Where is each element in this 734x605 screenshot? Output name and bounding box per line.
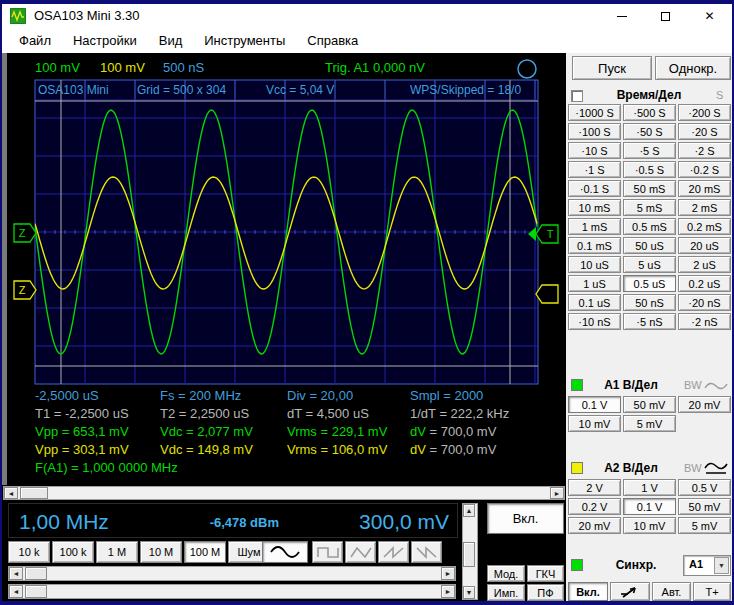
scroll-right-icon[interactable]: ► (441, 585, 455, 598)
minimize-button[interactable] (599, 4, 644, 28)
ch1-vdiv-button[interactable]: 5 mV (623, 415, 676, 432)
freq-coarse-thumb[interactable] (25, 567, 47, 580)
ch2-vdiv-button[interactable]: 2 V (568, 479, 621, 496)
ch1-vdiv-button[interactable]: 0.1 V (568, 396, 621, 413)
ch1-vdiv-button[interactable]: 20 mV (678, 396, 731, 413)
range-button[interactable]: 100 k (52, 541, 94, 563)
range-button[interactable]: 10 k (8, 541, 50, 563)
menu-item[interactable]: Справка (299, 31, 366, 50)
timebase-button[interactable]: 0.5 mS (623, 218, 676, 235)
range-button[interactable]: 10 M (140, 541, 182, 563)
timebase-button[interactable]: 10 uS (568, 256, 621, 273)
timebase-button[interactable]: ·2 S (678, 142, 731, 159)
timebase-button[interactable]: ·200 S (678, 104, 731, 121)
timebase-button[interactable]: 50 nS (623, 294, 676, 311)
timebase-button[interactable]: ·1000 S (568, 104, 621, 121)
freq-fine-scrollbar[interactable]: ◄ ► (8, 584, 456, 599)
ch2-vdiv-button[interactable]: 1 V (623, 479, 676, 496)
mod-button[interactable]: Мод. (487, 565, 525, 582)
sync-auto-button[interactable]: Авт. (652, 582, 691, 601)
timebase-button[interactable]: 20 uS (678, 237, 731, 254)
maximize-button[interactable] (643, 4, 688, 28)
timebase-button[interactable]: 20 mS (678, 180, 731, 197)
trigger-level-marker[interactable]: T (536, 225, 558, 243)
timebase-button[interactable]: ·20 nS (678, 294, 731, 311)
timebase-button[interactable]: 0.5 uS (623, 275, 676, 292)
waveform-sine-button[interactable] (262, 541, 308, 563)
freq-fine-thumb[interactable] (25, 585, 47, 598)
waveform-square-button[interactable] (312, 541, 343, 563)
sync-slope-button[interactable] (610, 582, 650, 601)
scroll-right-icon[interactable]: ► (441, 567, 455, 580)
timebase-button[interactable]: ·0.1 S (568, 180, 621, 197)
pf-button[interactable]: ПФ (527, 584, 564, 601)
timebase-button[interactable]: ·500 S (623, 104, 676, 121)
timebase-button[interactable]: 2 mS (678, 199, 731, 216)
close-button[interactable]: ✕ (687, 4, 732, 28)
timebase-button[interactable]: 5 uS (623, 256, 676, 273)
ch2-vdiv-button[interactable]: 0.5 V (678, 479, 731, 496)
generator-scroll-thumb[interactable] (463, 542, 475, 567)
run-button[interactable]: Пуск (572, 56, 652, 80)
scroll-left-icon[interactable]: ◄ (4, 487, 18, 499)
ch2-coupling-icon[interactable] (704, 461, 728, 475)
timebase-button[interactable]: ·10 nS (568, 313, 621, 330)
imp-button[interactable]: Имп. (487, 584, 525, 601)
timebase-button[interactable]: ·5 S (623, 142, 676, 159)
title-bar[interactable]: OSA103 Mini 3.30 ✕ (2, 4, 732, 28)
freq-coarse-scrollbar[interactable]: ◄ ► (8, 566, 456, 581)
timebase-button[interactable]: ·100 S (568, 123, 621, 140)
timebase-button[interactable]: 5 mS (623, 199, 676, 216)
range-button[interactable]: 100 M (184, 541, 226, 563)
menu-item[interactable]: Настройки (65, 31, 145, 50)
timebase-button[interactable]: 0.1 mS (568, 237, 621, 254)
scroll-right-icon[interactable]: ► (550, 487, 564, 499)
scope-h-scrollbar[interactable]: ◄ ► (3, 486, 565, 500)
ch2-vdiv-button[interactable]: 5 mV (678, 517, 731, 534)
ch2-vdiv-button[interactable]: 20 mV (568, 517, 621, 534)
waveform-ramp-up-button[interactable] (378, 541, 409, 563)
ch2-vdiv-button[interactable]: 10 mV (623, 517, 676, 534)
generator-v-scrollbar[interactable]: ▲ ▼ (462, 503, 478, 600)
ch1-coupling-icon[interactable] (704, 380, 728, 392)
single-button[interactable]: Однокр. (655, 56, 731, 80)
timebase-button[interactable]: ·0.5 S (623, 161, 676, 178)
timebase-button[interactable]: ·5 nS (623, 313, 676, 330)
timebase-button[interactable]: 0.2 uS (678, 275, 731, 292)
timebase-button[interactable]: ·10 S (568, 142, 621, 159)
timebase-button[interactable]: 2 uS (678, 256, 731, 273)
timebase-button[interactable]: ·1 S (568, 161, 621, 178)
ch2-vdiv-button[interactable]: 0.1 V (623, 498, 676, 515)
timebase-button[interactable]: ·0.2 S (678, 161, 731, 178)
scroll-down-icon[interactable]: ▼ (463, 586, 475, 599)
waveform-ramp-down-button[interactable] (411, 541, 442, 563)
timebase-button[interactable]: 0.2 mS (678, 218, 731, 235)
ch1-vdiv-button[interactable]: 10 mV (568, 415, 621, 432)
timebase-button[interactable]: 10 mS (568, 199, 621, 216)
ch2-zero-marker[interactable]: Z (14, 281, 36, 299)
scroll-left-icon[interactable]: ◄ (9, 567, 23, 580)
timebase-button[interactable]: ·2 nS (678, 313, 731, 330)
waveform-triangle-button[interactable] (345, 541, 376, 563)
timebase-button[interactable]: 50 uS (623, 237, 676, 254)
generator-on-button[interactable]: Вкл. (487, 503, 564, 534)
ch1-vdiv-button[interactable]: 50 mV (623, 396, 676, 413)
timebase-button[interactable]: 50 mS (623, 180, 676, 197)
timebase-button[interactable]: 0.1 uS (568, 294, 621, 311)
sync-source-dropdown[interactable]: A1 ▼ (683, 555, 731, 576)
gkch-button[interactable]: ГКЧ (527, 565, 564, 582)
sync-tplus-button[interactable]: Т+ (693, 582, 731, 601)
timebase-button[interactable]: 1 mS (568, 218, 621, 235)
sync-on-button[interactable]: Вкл. (568, 582, 608, 601)
menu-item[interactable]: Файл (11, 31, 59, 50)
scroll-left-icon[interactable]: ◄ (9, 585, 23, 598)
menu-item[interactable]: Инструменты (196, 31, 293, 50)
ch2-vdiv-button[interactable]: 50 mV (678, 498, 731, 515)
range-button[interactable]: 1 M (96, 541, 138, 563)
menu-item[interactable]: Вид (151, 31, 191, 50)
timebase-button[interactable]: 1 uS (568, 275, 621, 292)
scroll-up-icon[interactable]: ▲ (463, 504, 475, 517)
timebase-button[interactable]: ·50 S (623, 123, 676, 140)
chevron-down-icon[interactable]: ▼ (714, 557, 729, 574)
scope-scroll-thumb[interactable] (20, 487, 48, 499)
